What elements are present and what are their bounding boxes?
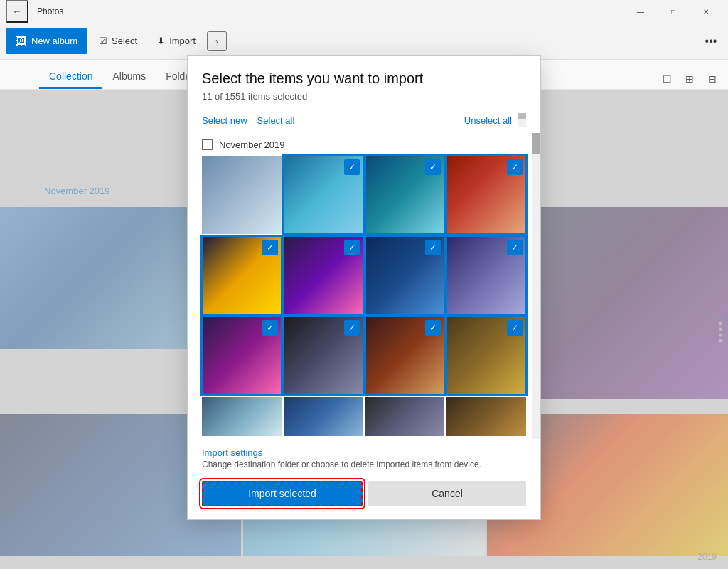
photo-check-2: ✓	[344, 159, 360, 175]
back-button[interactable]: ←	[6, 0, 28, 23]
close-button[interactable]: ✕	[690, 0, 722, 23]
new-album-icon: 🖼	[16, 35, 27, 48]
photo-grid: ✓ ✓ ✓ ✓ ✓ ✓ ✓ ✓	[188, 156, 540, 439]
minimize-button[interactable]: —	[624, 0, 657, 23]
more-options-button[interactable]: •••	[700, 30, 722, 53]
tab-collection[interactable]: Collection	[39, 65, 102, 89]
import-settings-desc: Change destination folder or choose to d…	[202, 459, 526, 469]
new-album-label: New album	[31, 36, 77, 46]
scrollbar-thumb[interactable]	[532, 133, 540, 154]
import-settings-link[interactable]: Import settings	[202, 447, 526, 458]
photo-item-14[interactable]	[284, 397, 363, 436]
scrollbar-track[interactable]	[532, 133, 540, 439]
import-button[interactable]: ⬇ Import	[149, 28, 204, 54]
photo-item-16[interactable]	[446, 397, 526, 436]
titlebar-left: ← Photos	[6, 0, 63, 23]
dialog-title: Select the items you want to import	[202, 70, 526, 87]
app-title: Photos	[37, 6, 63, 16]
photo-check-9: ✓	[262, 320, 278, 336]
photo-check-6: ✓	[344, 240, 360, 255]
photo-check-4: ✓	[507, 159, 523, 175]
photo-item-5[interactable]: ✓	[202, 236, 282, 314]
dots-icon: •••	[705, 35, 717, 48]
chevron-icon: ›	[215, 36, 218, 46]
view-icons: ☐ ⊞ ⊟	[657, 69, 722, 89]
photo-item-1[interactable]	[202, 156, 282, 234]
toolbar: 🖼 New album ☑ Select ⬇ Import › •••	[0, 23, 728, 60]
photo-item-9[interactable]: ✓	[202, 317, 282, 395]
photo-item-6[interactable]: ✓	[284, 236, 363, 314]
dialog-actions-row: Select new Select all Unselect all	[188, 110, 540, 133]
import-dialog: Select the items you want to import 11 o…	[187, 55, 541, 520]
dialog-count: 11 of 1551 items selected	[202, 91, 526, 102]
photo-check-3: ✓	[425, 159, 441, 175]
photo-item-7[interactable]: ✓	[365, 236, 445, 314]
select-new-link[interactable]: Select new	[202, 115, 247, 126]
titlebar: ← Photos — □ ✕	[0, 0, 728, 23]
select-button[interactable]: ☑ Select	[90, 28, 146, 54]
window-controls: — □ ✕	[624, 0, 722, 23]
group-checkbox[interactable]	[202, 139, 213, 150]
select-icon: ☑	[99, 36, 107, 46]
photo-item-2[interactable]: ✓	[284, 156, 363, 234]
photo-check-12: ✓	[507, 320, 523, 336]
photo-check-7: ✓	[425, 240, 441, 255]
view-grid-button[interactable]: ⊞	[680, 69, 700, 89]
tab-albums-label: Albums	[112, 70, 146, 82]
photo-item-3[interactable]: ✓	[365, 156, 445, 234]
photo-check-11: ✓	[425, 320, 441, 336]
cancel-button[interactable]: Cancel	[368, 481, 526, 506]
photo-check-10: ✓	[344, 320, 360, 336]
photo-item-4[interactable]: ✓	[446, 156, 526, 234]
import-icon: ⬇	[157, 36, 165, 46]
photo-item-11[interactable]: ✓	[365, 317, 445, 395]
photo-item-8[interactable]: ✓	[446, 236, 526, 314]
group-header: November 2019	[188, 133, 540, 156]
tab-albums[interactable]: Albums	[102, 65, 156, 89]
photo-item-15[interactable]	[365, 397, 445, 436]
new-album-button[interactable]: 🖼 New album	[6, 28, 87, 54]
chevron-button[interactable]: ›	[207, 31, 227, 51]
maximize-button[interactable]: □	[657, 0, 690, 23]
view-compact-button[interactable]: ⊟	[702, 69, 722, 89]
import-selected-button[interactable]: Import selected	[202, 481, 363, 506]
group-label: November 2019	[219, 139, 285, 150]
unselect-all-link[interactable]: Unselect all	[464, 115, 512, 126]
dialog-header: Select the items you want to import 11 o…	[188, 56, 540, 110]
select-label: Select	[112, 36, 137, 46]
tab-collection-label: Collection	[49, 70, 92, 82]
photo-item-13[interactable]	[202, 397, 282, 436]
view-square-button[interactable]: ☐	[657, 69, 677, 89]
dialog-scroll-area: November 2019 ✓ ✓ ✓ ✓ ✓	[188, 133, 540, 439]
photo-item-12[interactable]: ✓	[446, 317, 526, 395]
photo-check-5: ✓	[262, 240, 278, 255]
photo-check-8: ✓	[507, 240, 523, 255]
dialog-footer: Import selected Cancel	[188, 474, 540, 519]
import-label: Import	[169, 36, 196, 46]
import-settings: Import settings Change destination folde…	[188, 439, 540, 474]
photo-item-10[interactable]: ✓	[284, 317, 363, 395]
select-all-link[interactable]: Select all	[257, 115, 295, 126]
